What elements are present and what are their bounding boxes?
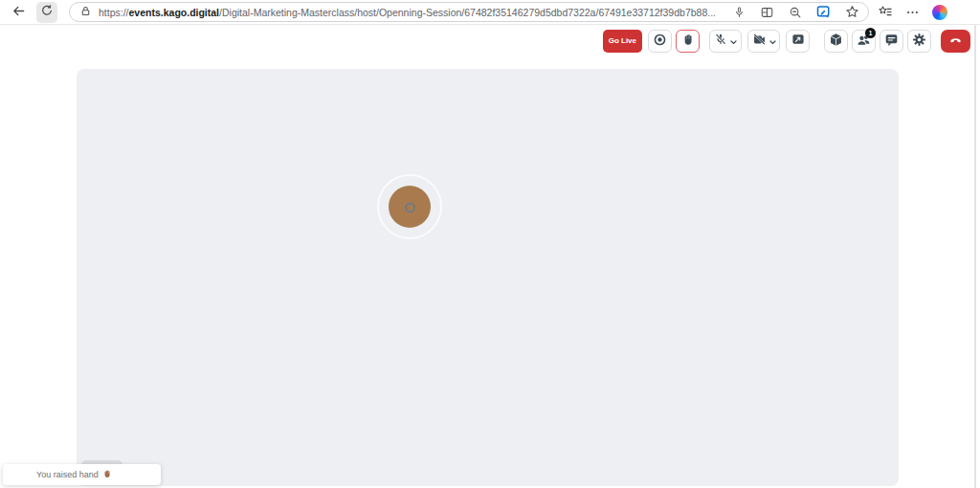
raised-hand-emoji bbox=[102, 469, 112, 480]
camera-button[interactable] bbox=[747, 30, 780, 53]
toast-notification: You raised hand bbox=[3, 464, 161, 485]
go-live-button[interactable]: Go Live bbox=[603, 30, 642, 53]
chat-button[interactable] bbox=[880, 30, 903, 53]
settings-button[interactable] bbox=[907, 30, 931, 53]
hang-up-phone-icon bbox=[947, 33, 964, 50]
favorites-list-icon[interactable] bbox=[878, 5, 893, 19]
share-screen-icon bbox=[791, 33, 805, 49]
participant-avatar: O bbox=[389, 186, 431, 228]
lock-icon[interactable] bbox=[79, 4, 92, 21]
web-capture-icon[interactable] bbox=[816, 5, 831, 19]
raise-hand-button[interactable] bbox=[676, 30, 700, 53]
microphone-dropdown-caret-icon[interactable] bbox=[730, 33, 737, 48]
bookmark-star-icon[interactable] bbox=[845, 5, 859, 19]
microphone-button[interactable] bbox=[709, 30, 742, 53]
share-screen-button[interactable] bbox=[786, 30, 810, 53]
copilot-icon[interactable] bbox=[932, 5, 947, 20]
back-arrow-icon bbox=[11, 4, 26, 21]
hang-up-button[interactable] bbox=[941, 30, 970, 53]
toast-message: You raised hand bbox=[36, 470, 99, 479]
video-stage bbox=[77, 69, 899, 486]
cube-3d-button[interactable] bbox=[824, 30, 848, 53]
more-menu-icon[interactable] bbox=[905, 6, 920, 19]
scrollbar-edge bbox=[974, 25, 976, 488]
camera-off-icon bbox=[752, 33, 767, 49]
avatar-initial: O bbox=[404, 199, 415, 215]
split-screen-icon[interactable] bbox=[760, 6, 774, 19]
participants-count-badge: 1 bbox=[865, 28, 876, 38]
voice-search-icon[interactable] bbox=[733, 6, 746, 19]
url-path: /Digital-Marketing-Masterclass/host/Open… bbox=[219, 7, 716, 18]
raised-hand-icon bbox=[681, 33, 695, 49]
participants-icon: 1 bbox=[857, 33, 871, 50]
cube-3d-icon bbox=[829, 33, 843, 50]
url-scheme: https:// bbox=[99, 7, 129, 18]
microphone-muted-icon bbox=[714, 33, 727, 49]
participants-button[interactable]: 1 bbox=[852, 30, 876, 53]
url-domain: events.kago.digital bbox=[129, 7, 220, 18]
record-button[interactable] bbox=[648, 30, 672, 53]
meeting-toolbar: Go Live bbox=[0, 26, 980, 55]
chat-icon bbox=[884, 33, 899, 50]
record-icon bbox=[653, 33, 667, 50]
reload-icon bbox=[40, 4, 54, 20]
url-text: https://events.kago.digital/Digital-Mark… bbox=[99, 7, 726, 18]
camera-dropdown-caret-icon[interactable] bbox=[769, 33, 776, 48]
back-button[interactable] bbox=[8, 2, 29, 23]
browser-chrome: https://events.kago.digital/Digital-Mark… bbox=[0, 0, 980, 25]
zoom-out-icon[interactable] bbox=[789, 6, 802, 19]
address-bar[interactable]: https://events.kago.digital/Digital-Mark… bbox=[69, 2, 869, 22]
gear-icon bbox=[912, 33, 926, 50]
reload-button[interactable] bbox=[36, 2, 57, 23]
